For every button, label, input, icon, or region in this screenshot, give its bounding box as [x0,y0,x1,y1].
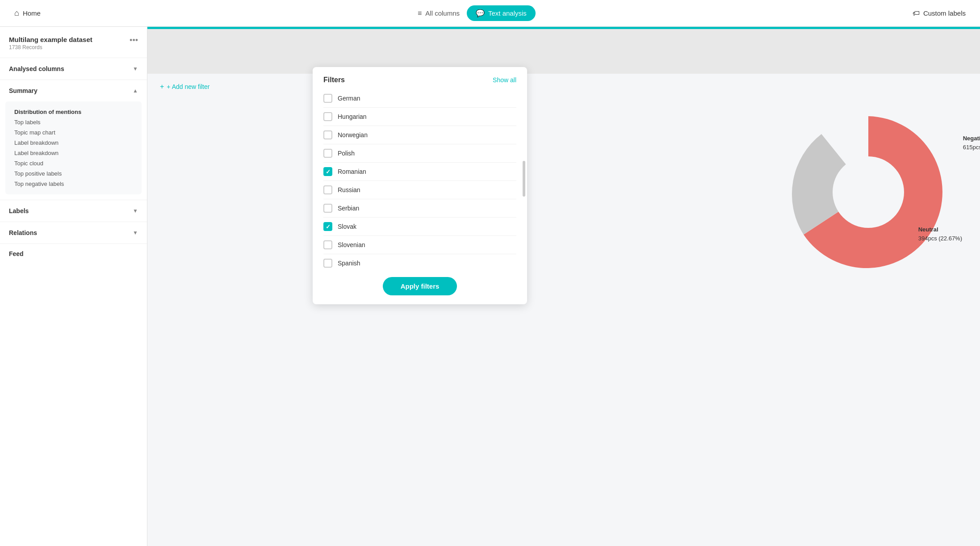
labels-label: Labels [9,207,29,214]
summary-chevron: ▲ [133,88,138,94]
filter-list: GermanHungarianNorwegianPolishRomanianRu… [313,89,527,268]
analysed-columns-header[interactable]: Analysed columns ▼ [0,58,147,80]
filter-scrollbar[interactable] [523,89,525,268]
negative-label: Negative 615pcs (35.39%) [963,134,980,151]
labels-section: Labels ▼ [0,200,147,222]
labels-chevron: ▼ [133,208,138,214]
navbar-right: 🏷 Custom labels [913,9,966,17]
filter-label-polish: Polish [338,150,355,157]
neutral-label: Neutral 394pcs (22.67%) [918,225,962,243]
navbar-center: ≡ All columns 💬 Text analysis [418,5,536,21]
summary-item-topic-cloud[interactable]: Topic cloud [11,158,136,168]
analysed-columns-label: Analysed columns [9,65,64,72]
filter-label-spanish: Spanish [338,260,360,267]
feed-item[interactable]: Feed [0,244,147,264]
filter-label-hungarian: Hungarian [338,113,367,120]
pie-chart-area: Negative 615pcs (35.39%) Neutral 394pcs … [783,107,953,278]
filter-checkbox-russian[interactable] [323,185,332,194]
summary-item-top-labels[interactable]: Top labels [11,117,136,127]
main-inner: + + Add new filter [147,74,980,100]
neutral-label-title: Neutral [918,225,962,234]
filter-item[interactable]: Spanish [323,254,516,268]
filter-checkbox-romanian[interactable] [323,167,332,176]
filter-checkbox-spanish[interactable] [323,259,332,268]
filter-item[interactable]: Polish [323,144,516,162]
filter-checkbox-serbian[interactable] [323,204,332,213]
sidebar: Multilang example dataset 1738 Records •… [0,27,147,546]
text-analysis-label: Text analysis [488,9,527,17]
filter-dropdown: Filters Show all GermanHungarianNorwegia… [313,67,527,304]
navbar: ⌂ Home ≡ All columns 💬 Text analysis 🏷 C… [0,0,980,27]
negative-label-title: Negative [963,134,980,143]
negative-label-value: 615pcs (35.39%) [963,143,980,152]
filter-item[interactable]: German [323,89,516,107]
summary-item-distribution[interactable]: Distribution of mentions [11,107,136,117]
neutral-label-value: 394pcs (22.67%) [918,234,962,243]
filter-item[interactable]: Russian [323,181,516,199]
relations-section: Relations ▼ [0,222,147,244]
add-filter-label: + Add new filter [167,83,209,90]
relations-header[interactable]: Relations ▼ [0,222,147,244]
summary-box: Distribution of mentions Top labels Topi… [5,101,142,194]
dataset-records: 1738 Records [9,44,92,50]
filter-label-russian: Russian [338,186,360,193]
labels-header[interactable]: Labels ▼ [0,200,147,222]
feed-label: Feed [9,250,24,257]
chart-header-area [147,29,980,74]
filter-checkbox-norwegian[interactable] [323,130,332,139]
filter-label-slovenian: Slovenian [338,241,365,248]
filter-checkbox-slovak[interactable] [323,222,332,231]
filter-label-serbian: Serbian [338,205,359,212]
add-filter-button[interactable]: + + Add new filter [160,83,967,91]
all-columns-label: All columns [425,9,460,17]
navbar-left: ⌂ Home [14,8,41,18]
dataset-name: Multilang example dataset [9,36,92,43]
filter-item[interactable]: Slovak [323,217,516,235]
filter-checkbox-polish[interactable] [323,149,332,158]
custom-labels-label: Custom labels [923,9,966,17]
pie-center [833,156,904,228]
filter-item[interactable]: Romanian [323,162,516,181]
filter-footer: Apply filters [313,268,527,304]
dataset-info: Multilang example dataset 1738 Records [9,36,92,50]
analysed-columns-chevron: ▼ [133,66,138,72]
pie-chart-svg [783,107,953,277]
menu-icon: ≡ [418,9,422,17]
filter-label-slovak: Slovak [338,223,356,230]
filter-item[interactable]: Norwegian [323,126,516,144]
dataset-more-button[interactable]: ••• [130,36,138,45]
summary-label: Summary [9,87,38,94]
analysed-columns-section: Analysed columns ▼ [0,58,147,80]
layout: Multilang example dataset 1738 Records •… [0,27,980,546]
summary-item-top-positive[interactable]: Top positive labels [11,168,136,179]
filter-item[interactable]: Slovenian [323,235,516,254]
filter-label-german: German [338,95,360,102]
plus-icon: + [160,83,164,91]
summary-item-topic-map[interactable]: Topic map chart [11,127,136,138]
relations-label: Relations [9,229,37,236]
filter-checkbox-slovenian[interactable] [323,240,332,249]
summary-item-top-negative[interactable]: Top negative labels [11,179,136,189]
chat-bubble-icon: 💬 [476,9,485,17]
custom-labels-nav[interactable]: 🏷 Custom labels [913,9,966,17]
all-columns-nav[interactable]: ≡ All columns [418,9,460,17]
text-analysis-nav[interactable]: 💬 Text analysis [467,5,536,21]
filter-item[interactable]: Hungarian [323,107,516,126]
home-label: Home [23,9,41,17]
main-content: + + Add new filter Filters Show all Germ… [147,27,980,546]
home-nav[interactable]: ⌂ Home [14,8,41,18]
summary-header[interactable]: Summary ▲ [0,80,147,101]
summary-item-label-breakdown-1[interactable]: Label breakdown [11,138,136,148]
tag-icon: 🏷 [913,9,920,17]
apply-filters-button[interactable]: Apply filters [383,277,457,295]
filter-label-romanian: Romanian [338,168,366,175]
filter-header: Filters Show all [313,67,527,89]
sidebar-dataset: Multilang example dataset 1738 Records •… [0,27,147,58]
filter-item[interactable]: Serbian [323,199,516,217]
filter-checkbox-hungarian[interactable] [323,112,332,121]
scrollbar-thumb [523,161,525,197]
show-all-link[interactable]: Show all [493,76,516,84]
summary-item-label-breakdown-2[interactable]: Label breakdown [11,148,136,158]
filter-checkbox-german[interactable] [323,94,332,103]
home-icon: ⌂ [14,8,19,18]
